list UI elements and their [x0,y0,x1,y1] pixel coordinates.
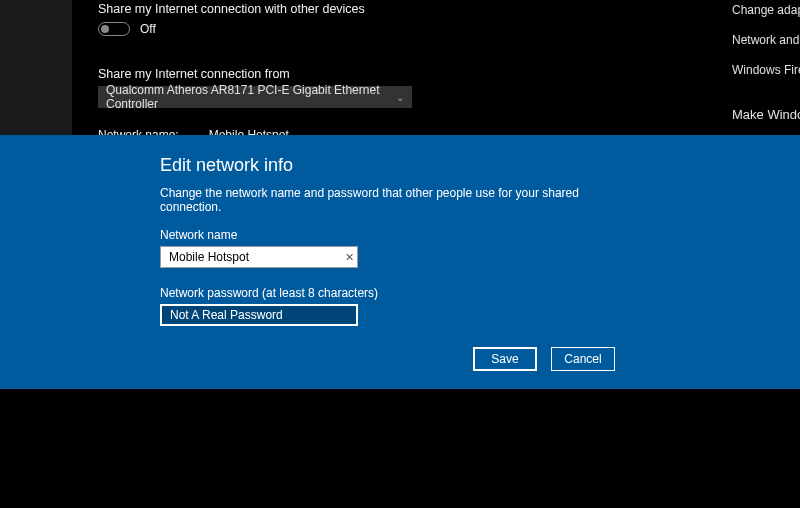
network-password-field-label: Network password (at least 8 characters) [160,286,640,300]
save-button[interactable]: Save [473,347,537,371]
link-network-sharing[interactable]: Network and Sharing Center [732,33,800,47]
network-name-input[interactable] [160,246,358,268]
network-name-field-label: Network name [160,228,640,242]
dialog-title: Edit network info [160,155,640,176]
cancel-button[interactable]: Cancel [551,347,615,371]
clear-icon[interactable]: ✕ [345,251,354,264]
share-from-label: Share my Internet connection from [98,67,290,81]
toggle-state-text: Off [140,22,156,36]
edit-network-dialog: Edit network info Change the network nam… [0,135,800,389]
link-windows-firewall[interactable]: Windows Firewall [732,63,800,77]
network-password-input[interactable] [160,304,358,326]
share-connection-label: Share my Internet connection with other … [98,2,365,16]
feedback-heading: Make Windows better [732,107,800,122]
toggle-track [98,22,130,36]
dialog-description: Change the network name and password tha… [160,186,640,214]
toggle-knob [101,25,109,33]
dialog-buttons: Save Cancel [473,347,615,371]
adapter-name: Qualcomm Atheros AR8171 PCI-E Gigabit Et… [106,83,396,111]
share-toggle[interactable]: Off [98,22,156,36]
link-change-adapter[interactable]: Change adapter options [732,3,800,17]
network-password-input-wrap [160,304,358,326]
network-name-input-wrap: ✕ [160,246,358,268]
sidebar-placeholder [0,0,72,135]
chevron-down-icon: ⌄ [396,92,404,103]
adapter-dropdown[interactable]: Qualcomm Atheros AR8171 PCI-E Gigabit Et… [98,86,412,108]
